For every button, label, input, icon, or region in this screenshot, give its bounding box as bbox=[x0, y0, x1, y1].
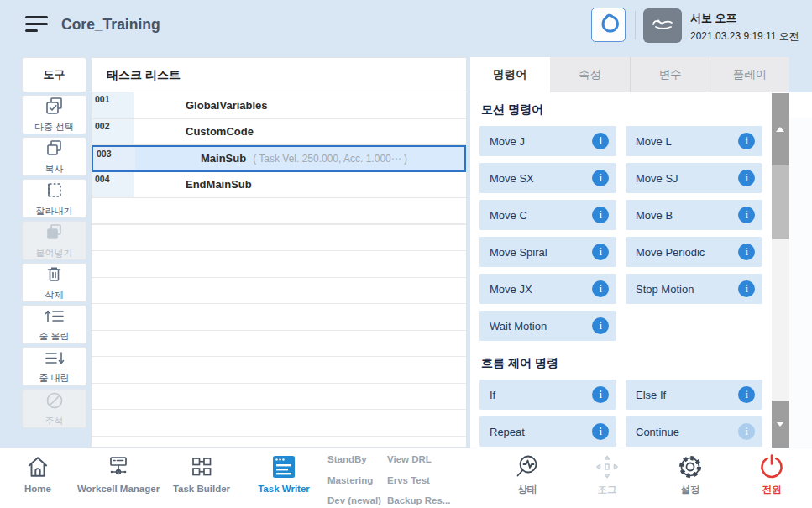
line-down-icon bbox=[44, 348, 65, 371]
command-move-spiral[interactable]: Move Spiral i bbox=[479, 237, 616, 267]
menu-hamburger-icon[interactable] bbox=[25, 16, 49, 36]
command-label: Move JX bbox=[490, 283, 532, 296]
command-label: Wait Motion bbox=[490, 320, 547, 333]
tab-commands[interactable]: 명령어 bbox=[470, 57, 550, 92]
nav-jog[interactable]: 조그 bbox=[578, 452, 637, 496]
command-else-if[interactable]: Else If i bbox=[626, 380, 762, 410]
scrollbar-thumb[interactable] bbox=[772, 165, 789, 239]
task-row-selected[interactable]: 003 MainSub ( Task Vel. 250.000, Acc. 1.… bbox=[92, 145, 466, 172]
sidebar-title: 도구 bbox=[22, 57, 86, 92]
flow-command-grid: If i Else If i Repeat i Continue i bbox=[479, 380, 812, 447]
delete-button[interactable]: 삭제 bbox=[22, 263, 86, 302]
command-move-periodic[interactable]: Move Periodic i bbox=[626, 237, 762, 267]
nav-home[interactable]: Home bbox=[8, 452, 67, 494]
task-name: CustomCode bbox=[186, 125, 254, 138]
command-label: Stop Motion bbox=[636, 283, 694, 296]
info-icon[interactable]: i bbox=[592, 386, 609, 403]
info-icon[interactable]: i bbox=[592, 423, 609, 440]
nav-status[interactable]: 상태 bbox=[498, 452, 557, 496]
bottom-navigation: Home Workcell Manager bbox=[0, 448, 812, 508]
row-number: 004 bbox=[92, 172, 134, 198]
scroll-down-button[interactable] bbox=[772, 401, 789, 448]
robot-arm-icon[interactable] bbox=[643, 8, 682, 43]
info-icon[interactable]: i bbox=[738, 386, 755, 403]
cut-button[interactable]: 잘라내기 bbox=[22, 179, 86, 218]
info-icon[interactable]: i bbox=[592, 244, 609, 260]
task-builder-icon bbox=[188, 452, 215, 481]
page-title: Core_Training bbox=[61, 16, 160, 34]
info-icon[interactable]: i bbox=[738, 244, 755, 260]
command-move-jx[interactable]: Move JX i bbox=[479, 274, 616, 304]
info-icon[interactable]: i bbox=[738, 133, 755, 149]
nav-task-writer[interactable]: Task Writer bbox=[244, 452, 324, 494]
info-icon[interactable]: i bbox=[738, 170, 755, 186]
tab-play[interactable]: 플레이 bbox=[710, 57, 789, 92]
info-icon-disabled[interactable]: i bbox=[738, 423, 755, 440]
nav-label: 조그 bbox=[598, 484, 617, 496]
command-label: Move B bbox=[636, 209, 673, 222]
command-stop-motion[interactable]: Stop Motion i bbox=[626, 274, 762, 304]
servo-status[interactable]: 서보 오프 2021.03.23 9:19:11 오전 bbox=[690, 11, 799, 44]
line-up-button[interactable]: 줄 올림 bbox=[22, 305, 86, 344]
command-continue[interactable]: Continue i bbox=[626, 416, 762, 447]
empty-row-lines bbox=[92, 198, 466, 447]
task-row[interactable]: 001 GlobalVariables bbox=[92, 92, 466, 119]
command-move-b[interactable]: Move B i bbox=[626, 200, 762, 230]
nav-power[interactable]: 전원 bbox=[742, 452, 801, 496]
tab-variables[interactable]: 변수 bbox=[630, 57, 710, 92]
tool-label: 복사 bbox=[45, 163, 64, 175]
command-move-l[interactable]: Move L i bbox=[626, 126, 762, 156]
command-label: Move Periodic bbox=[636, 246, 705, 259]
command-if[interactable]: If i bbox=[479, 380, 616, 410]
task-row[interactable]: 004 EndMainSub bbox=[92, 172, 466, 199]
tool-label: 잘라내기 bbox=[36, 205, 73, 217]
tab-properties[interactable]: 속성 bbox=[550, 57, 630, 92]
extra-info-line: Ervs Test bbox=[387, 470, 450, 491]
command-scrollbar[interactable] bbox=[772, 93, 789, 448]
info-icon[interactable]: i bbox=[592, 317, 609, 334]
status-magnifier-icon bbox=[514, 452, 541, 481]
command-wait-motion[interactable]: Wait Motion i bbox=[479, 311, 616, 341]
extra-info-lines: View DRL Ervs Test Backup Res... bbox=[387, 449, 450, 508]
info-icon[interactable]: i bbox=[592, 280, 609, 297]
tool-label: 줄 내림 bbox=[39, 372, 69, 385]
command-move-sx[interactable]: Move SX i bbox=[479, 163, 616, 193]
copy-button[interactable]: 복사 bbox=[22, 137, 86, 176]
task-name: EndMainSub bbox=[186, 178, 252, 191]
command-move-j[interactable]: Move J i bbox=[479, 126, 616, 156]
paste-button[interactable]: 붙여넣기 bbox=[22, 221, 86, 260]
info-icon[interactable]: i bbox=[738, 280, 755, 297]
nav-settings[interactable]: 설정 bbox=[661, 452, 720, 496]
nav-label: 전원 bbox=[762, 484, 782, 496]
section-title-flow: 흐름 제어 명령 bbox=[481, 354, 812, 371]
tool-label: 줄 올림 bbox=[39, 330, 69, 343]
row-number: 003 bbox=[93, 147, 135, 170]
command-move-c[interactable]: Move C i bbox=[479, 200, 616, 230]
row-number: 001 bbox=[92, 92, 134, 118]
command-move-sj[interactable]: Move SJ i bbox=[626, 163, 762, 193]
comment-button[interactable]: 주석 bbox=[22, 389, 86, 428]
gripper-button[interactable] bbox=[591, 8, 626, 42]
info-icon[interactable]: i bbox=[592, 133, 609, 149]
info-icon[interactable]: i bbox=[592, 170, 609, 186]
cut-icon bbox=[44, 180, 65, 204]
nav-label: Workcell Manager bbox=[77, 484, 160, 494]
command-label: Else If bbox=[636, 389, 666, 401]
nav-task-builder[interactable]: Task Builder bbox=[154, 452, 249, 494]
line-down-button[interactable]: 줄 내림 bbox=[22, 347, 86, 386]
command-label: Repeat bbox=[490, 426, 525, 438]
command-label: Continue bbox=[636, 426, 679, 438]
trash-icon bbox=[44, 264, 65, 288]
nav-label: Task Builder bbox=[173, 484, 230, 494]
robot-state-line: Dev (newal) bbox=[327, 490, 381, 508]
scroll-up-button[interactable] bbox=[772, 93, 789, 165]
tool-label: 삭제 bbox=[45, 289, 64, 301]
task-rows: 001 GlobalVariables 002 CustomCode 003 M… bbox=[92, 92, 466, 447]
info-icon[interactable]: i bbox=[738, 207, 755, 223]
info-icon[interactable]: i bbox=[592, 207, 609, 223]
task-row[interactable]: 002 CustomCode bbox=[92, 119, 466, 146]
command-repeat[interactable]: Repeat i bbox=[479, 416, 616, 447]
multi-select-button[interactable]: 다중 선택 bbox=[22, 95, 86, 134]
command-label: Move C bbox=[490, 209, 527, 222]
multi-select-icon bbox=[44, 96, 65, 120]
